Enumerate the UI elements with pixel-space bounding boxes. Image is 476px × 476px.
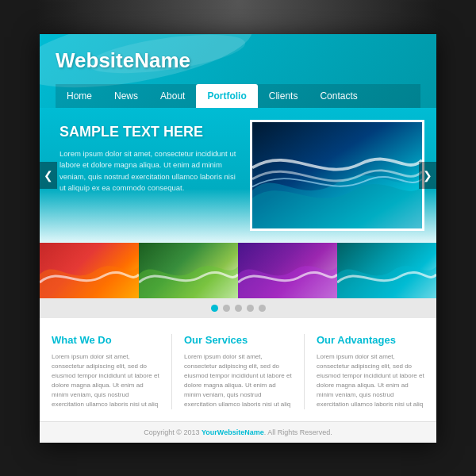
hero-image-container — [250, 120, 424, 231]
nav-contacts[interactable]: Contacts — [309, 84, 368, 108]
nav: Home News About Portfolio Clients Contac… — [56, 84, 420, 108]
thumb-1[interactable] — [40, 243, 139, 298]
col-1-text: Lorem ipsum dolor sit amet, consectetur … — [52, 352, 159, 409]
col-divider-2 — [304, 334, 305, 409]
col-divider-1 — [171, 334, 172, 409]
header: WebsiteName Home News About Portfolio Cl… — [40, 34, 436, 108]
carousel-dots — [40, 298, 436, 318]
col-3-text: Lorem ipsum dolor sit amet, consectetur … — [317, 352, 424, 409]
nav-about[interactable]: About — [149, 84, 196, 108]
dot-3[interactable] — [235, 305, 242, 312]
footer-site-name[interactable]: YourWebsiteName — [202, 428, 264, 436]
carousel-arrow-right[interactable]: ❯ — [419, 162, 436, 189]
thumb-3[interactable] — [238, 243, 337, 298]
dot-5[interactable] — [259, 305, 266, 312]
nav-portfolio[interactable]: Portfolio — [196, 84, 257, 108]
col-our-services: Our Services Lorem ipsum dolor sit amet,… — [184, 334, 292, 409]
footer-copyright: Copyright © 2013 — [144, 428, 202, 436]
site-title: WebsiteName — [56, 48, 420, 73]
website-mockup: WebsiteName Home News About Portfolio Cl… — [40, 34, 436, 443]
hero-section: ❮ SAMPLE TEXT HERE Lorem ipsum dolor sit… — [40, 108, 436, 243]
col-2-text: Lorem ipsum dolor sit amet, consectetur … — [184, 352, 292, 409]
thumbnail-strip — [40, 243, 436, 298]
footer: Copyright © 2013 YourWebsiteName. All Ri… — [40, 421, 436, 443]
thumb-4[interactable] — [337, 243, 436, 298]
hero-left: SAMPLE TEXT HERE Lorem ipsum dolor sit a… — [52, 120, 242, 231]
carousel-arrow-left[interactable]: ❮ — [40, 162, 57, 189]
nav-home[interactable]: Home — [56, 84, 103, 108]
col-our-advantages: Our Advantages Lorem ipsum dolor sit ame… — [317, 334, 424, 409]
col-2-title: Our Services — [184, 334, 292, 346]
nav-news[interactable]: News — [103, 84, 149, 108]
dot-2[interactable] — [223, 305, 230, 312]
dot-1[interactable] — [211, 305, 218, 312]
dot-4[interactable] — [247, 305, 254, 312]
footer-rights: . All Rights Reserved. — [264, 428, 332, 436]
col-3-title: Our Advantages — [317, 334, 424, 346]
nav-clients[interactable]: Clients — [258, 84, 309, 108]
col-what-we-do: What We Do Lorem ipsum dolor sit amet, c… — [52, 334, 159, 409]
hero-title: SAMPLE TEXT HERE — [60, 124, 238, 141]
hero-body: Lorem ipsum dolor sit amet, consectetur … — [60, 148, 238, 194]
col-1-title: What We Do — [52, 334, 159, 346]
hero-image — [250, 120, 424, 231]
content-section: What We Do Lorem ipsum dolor sit amet, c… — [40, 318, 436, 421]
thumb-2[interactable] — [139, 243, 238, 298]
